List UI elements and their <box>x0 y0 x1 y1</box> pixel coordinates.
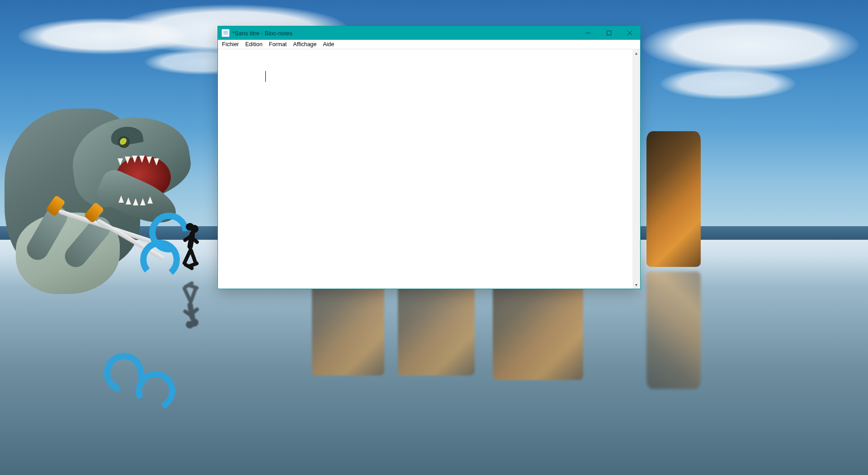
titlebar[interactable]: *Sans titre - Bloc-notes <box>218 26 640 40</box>
minimize-button[interactable] <box>578 26 599 40</box>
menu-view[interactable]: Affichage <box>290 41 320 48</box>
text-editor[interactable] <box>218 49 632 289</box>
window-title: *Sans titre - Bloc-notes <box>232 30 292 37</box>
scroll-down-icon[interactable]: ▾ <box>632 281 640 289</box>
scroll-up-icon[interactable]: ▴ <box>632 49 640 57</box>
maximize-button[interactable] <box>599 26 619 40</box>
runner-illustration <box>179 225 206 275</box>
close-button[interactable] <box>619 26 640 40</box>
menu-help[interactable]: Aide <box>320 41 337 48</box>
notepad-window: *Sans titre - Bloc-notes Fichier Edition… <box>218 26 640 289</box>
text-cursor <box>265 71 266 82</box>
runner-reflection <box>179 277 206 327</box>
menubar: Fichier Edition Format Affichage Aide <box>218 40 640 49</box>
vertical-scrollbar[interactable]: ▴ ▾ <box>632 49 640 289</box>
menu-format[interactable]: Format <box>266 41 290 48</box>
notepad-icon <box>222 29 230 37</box>
dinosaur-illustration <box>5 90 194 290</box>
svg-rect-0 <box>607 31 611 35</box>
menu-file[interactable]: Fichier <box>219 41 242 48</box>
menu-edit[interactable]: Edition <box>242 41 266 48</box>
